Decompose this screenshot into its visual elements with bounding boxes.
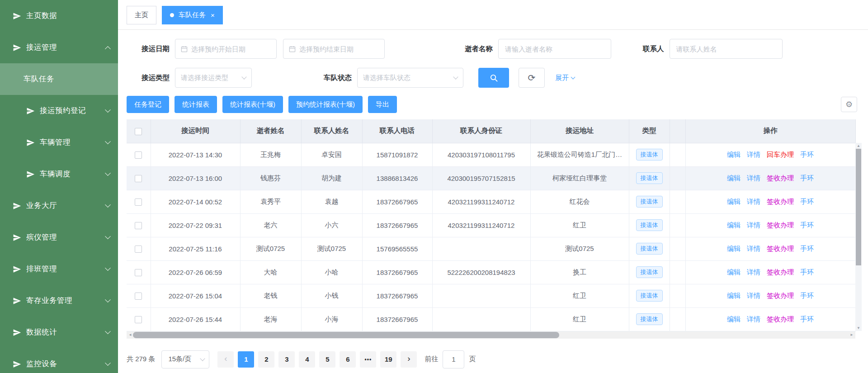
tab[interactable]: 车队任务 × — [162, 6, 223, 24]
row-checkbox[interactable] — [135, 269, 142, 276]
table-body: 2022-07-13 14:30王兆梅卓安国158710918724203031… — [127, 143, 855, 331]
edit-link[interactable]: 编辑 — [727, 245, 741, 252]
row-checkbox[interactable] — [135, 246, 142, 253]
sidebar-item[interactable]: 车辆管理 — [0, 127, 118, 158]
wristband-link[interactable]: 手环 — [800, 292, 814, 299]
detail-link[interactable]: 详情 — [747, 292, 760, 299]
page-button[interactable]: 19 — [380, 351, 396, 368]
deceased-name-input[interactable] — [498, 39, 611, 59]
detail-link[interactable]: 详情 — [747, 198, 760, 205]
edit-link[interactable]: 编辑 — [727, 151, 741, 158]
detail-link[interactable]: 详情 — [747, 315, 760, 323]
select-all-checkbox[interactable] — [135, 128, 142, 135]
toolbar-button[interactable]: 统计报表 — [175, 96, 217, 113]
wristband-link[interactable]: 手环 — [800, 245, 814, 252]
toolbar-button[interactable]: 导出 — [368, 96, 397, 113]
vertical-scroll-thumb[interactable] — [856, 149, 861, 265]
expand-toggle[interactable]: 展开 — [555, 74, 575, 82]
chevron-down-icon — [200, 356, 205, 361]
process-link[interactable]: 签收办理 — [767, 174, 794, 182]
edit-link[interactable]: 编辑 — [727, 292, 741, 299]
detail-link[interactable]: 详情 — [747, 221, 760, 229]
page-button[interactable]: 4 — [299, 351, 315, 368]
page-button[interactable]: 3 — [278, 351, 295, 368]
edit-link[interactable]: 编辑 — [727, 174, 741, 182]
spacer-cell — [670, 307, 685, 331]
edit-link[interactable]: 编辑 — [727, 315, 741, 323]
contact-cell: 小六 — [325, 221, 339, 229]
detail-link[interactable]: 详情 — [747, 151, 760, 158]
horizontal-scrollbar[interactable]: ◄ ► — [127, 331, 855, 339]
refresh-button[interactable]: ⟳ — [519, 68, 545, 88]
process-link[interactable]: 签收办理 — [767, 315, 794, 323]
sidebar-item[interactable]: 数据统计 — [0, 316, 118, 348]
row-checkbox[interactable] — [135, 175, 142, 182]
pickup-type-select[interactable]: 请选择接运类型 — [175, 68, 252, 88]
process-link[interactable]: 签收办理 — [767, 245, 794, 252]
toolbar-button[interactable]: 统计报表(十堰) — [222, 96, 283, 113]
close-icon[interactable]: × — [211, 12, 215, 19]
detail-link[interactable]: 详情 — [747, 245, 760, 252]
prev-page-button[interactable]: ‹ — [217, 351, 234, 368]
sidebar-item[interactable]: 接运管理 — [0, 32, 118, 63]
row-checkbox[interactable] — [135, 293, 142, 300]
process-link[interactable]: 签收办理 — [767, 268, 794, 276]
table-settings-button[interactable]: ⚙ — [841, 97, 857, 112]
scroll-up-icon[interactable]: ▲ — [855, 143, 862, 149]
toolbar-button[interactable]: 预约统计报表(十堰) — [288, 96, 363, 113]
pager-ellipsis[interactable]: ••• — [360, 351, 376, 368]
page-button[interactable]: 1 — [238, 351, 254, 368]
fleet-status-select[interactable]: 请选择车队状态 — [357, 68, 463, 88]
process-link[interactable]: 签收办理 — [767, 198, 794, 205]
tab[interactable]: 主页 — [127, 6, 156, 24]
sidebar-item[interactable]: 接运预约登记 — [0, 95, 118, 127]
start-date-input[interactable] — [175, 39, 277, 59]
edit-link[interactable]: 编辑 — [727, 221, 741, 229]
edit-link[interactable]: 编辑 — [727, 268, 741, 276]
sidebar-item[interactable]: 殡仪管理 — [0, 222, 118, 253]
page-button[interactable]: 6 — [340, 351, 356, 368]
edit-link[interactable]: 编辑 — [727, 198, 741, 205]
goto-page-input[interactable] — [443, 350, 464, 368]
process-link[interactable]: 签收办理 — [767, 221, 794, 229]
next-page-button[interactable]: › — [401, 351, 417, 368]
wristband-link[interactable]: 手环 — [800, 268, 814, 276]
wristband-link[interactable]: 手环 — [800, 151, 814, 158]
sidebar-item[interactable]: 业务大厅 — [0, 190, 118, 222]
detail-link[interactable]: 详情 — [747, 174, 760, 182]
row-checkbox[interactable] — [135, 222, 142, 229]
vertical-scrollbar[interactable]: ▲ ▼ — [855, 143, 862, 331]
sidebar-item[interactable]: 车辆调度 — [0, 158, 118, 190]
wristband-link[interactable]: 手环 — [800, 221, 814, 229]
horizontal-scroll-thumb[interactable] — [133, 332, 559, 338]
sidebar-item-label: 车队任务 — [24, 74, 54, 84]
pickup-date-label: 接运日期 — [142, 44, 170, 54]
end-date-input[interactable] — [283, 39, 385, 59]
sidebar-item[interactable]: 排班管理 — [0, 253, 118, 285]
page-size-select[interactable]: 15条/页 — [161, 350, 209, 368]
wristband-link[interactable]: 手环 — [800, 315, 814, 323]
wristband-link[interactable]: 手环 — [800, 198, 814, 205]
wristband-link[interactable]: 手环 — [800, 174, 814, 182]
pagination: 共 279 条 15条/页 ‹ 123456•••19 › 前往 页 — [127, 350, 868, 368]
page-button[interactable]: 2 — [258, 351, 274, 368]
process-link[interactable]: 签收办理 — [767, 292, 794, 299]
paper-plane-icon — [26, 170, 35, 179]
row-checkbox[interactable] — [135, 151, 142, 159]
page-button[interactable]: 5 — [319, 351, 335, 368]
process-link[interactable]: 回车办理 — [767, 151, 794, 158]
sidebar-item[interactable]: 监控设备 — [0, 348, 118, 373]
sidebar-item[interactable]: 寄存业务管理 — [0, 285, 118, 316]
sidebar-item-label: 数据统计 — [26, 327, 57, 337]
detail-link[interactable]: 详情 — [747, 268, 760, 276]
sidebar-item[interactable]: 车队任务 — [0, 63, 118, 95]
paper-plane-icon — [13, 328, 21, 337]
sidebar-item[interactable]: 主页数据 — [0, 0, 118, 32]
row-checkbox[interactable] — [135, 198, 142, 206]
scroll-down-icon[interactable]: ▼ — [855, 325, 862, 331]
scroll-right-icon[interactable]: ► — [848, 331, 855, 339]
toolbar-button[interactable]: 任务登记 — [127, 96, 169, 113]
contact-name-input[interactable] — [670, 39, 783, 59]
search-button[interactable] — [478, 68, 509, 88]
row-checkbox[interactable] — [135, 316, 142, 323]
